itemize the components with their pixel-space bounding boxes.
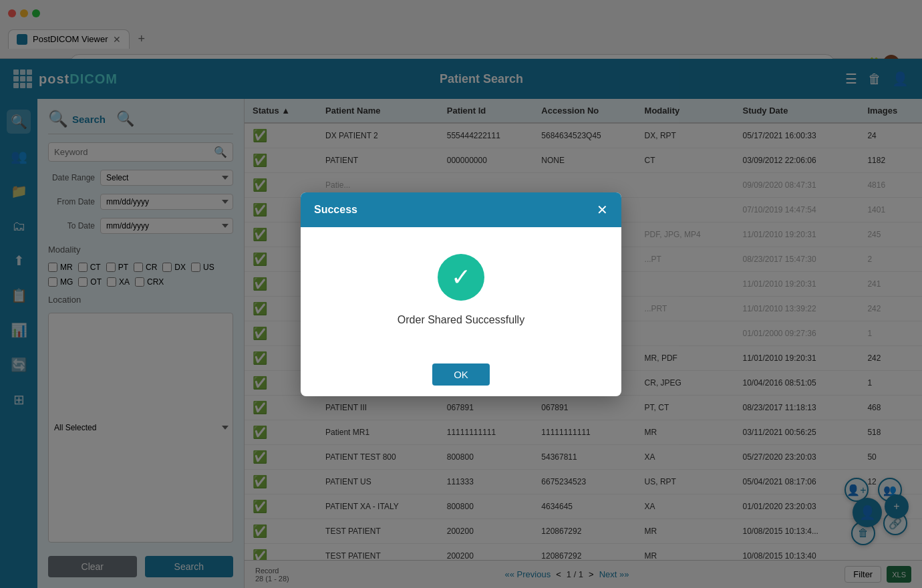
modal-title: Success [314,204,357,216]
success-icon: ✓ [438,254,484,301]
modal-body: ✓ Order Shared Successfully [301,227,621,353]
modal-ok-btn[interactable]: OK [432,363,490,386]
modal-close-btn[interactable]: ✕ [597,202,608,218]
success-modal: Success ✕ ✓ Order Shared Successfully OK [301,192,621,396]
modal-message: Order Shared Successfully [398,314,524,326]
modal-overlay[interactable]: Success ✕ ✓ Order Shared Successfully OK [0,0,922,588]
modal-header: Success ✕ [301,192,621,227]
modal-footer: OK [301,353,621,396]
